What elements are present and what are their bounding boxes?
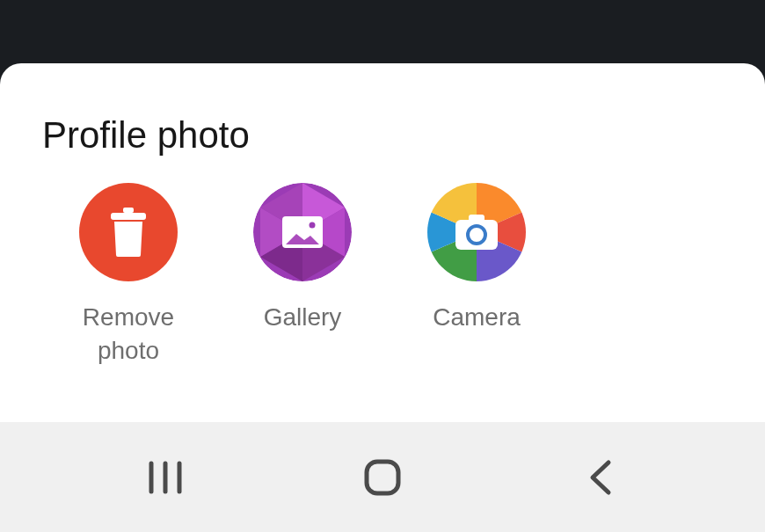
recents-icon [148, 461, 183, 494]
svg-rect-0 [123, 208, 134, 213]
option-label: Gallery [264, 301, 342, 334]
gallery-button[interactable]: Gallery [250, 183, 355, 368]
camera-icon [427, 183, 526, 281]
back-icon [587, 459, 614, 496]
recents-button[interactable] [113, 451, 218, 504]
svg-rect-1 [111, 213, 146, 220]
option-label: Remove photo [76, 301, 181, 368]
home-icon [364, 459, 401, 496]
remove-photo-button[interactable]: Remove photo [76, 183, 181, 368]
option-label: Camera [433, 301, 521, 334]
trash-icon [79, 183, 178, 281]
navigation-bar [0, 422, 765, 532]
options-row: Remove photo [0, 157, 765, 368]
gallery-icon [253, 183, 352, 281]
svg-rect-13 [367, 462, 398, 493]
home-button[interactable] [330, 451, 435, 504]
back-button[interactable] [548, 451, 653, 504]
sheet-title: Profile photo [0, 63, 765, 157]
camera-button[interactable]: Camera [424, 183, 529, 368]
svg-point-5 [310, 222, 316, 229]
